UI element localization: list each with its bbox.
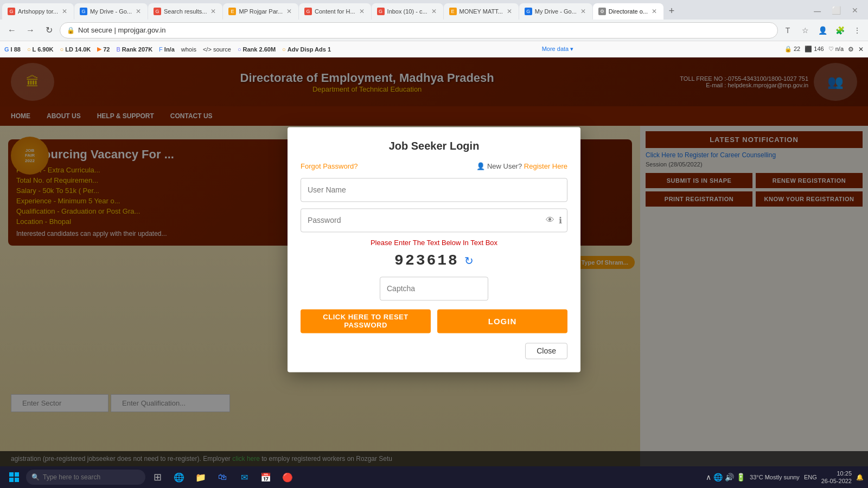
minimize-btn[interactable]: ─ (810, 6, 824, 17)
register-here-link[interactable]: Register Here (524, 162, 567, 170)
tab-favicon: G (304, 8, 312, 15)
taskbar-calendar[interactable]: 📅 (256, 467, 276, 487)
password-input[interactable] (301, 208, 567, 232)
svg-rect-2 (9, 478, 14, 482)
tab-close-btn[interactable]: ✕ (358, 7, 366, 16)
seo-ext1: 🔒 22 (784, 46, 800, 53)
captcha-value: 923618 (394, 252, 459, 269)
tab-favicon: E (228, 8, 236, 15)
password-row: 👁 ℹ (301, 208, 567, 232)
seo-more-btn[interactable]: More data ▾ (542, 46, 574, 53)
tab-close-btn[interactable]: ✕ (135, 7, 142, 16)
seo-whois-label: whois (181, 46, 196, 53)
tab-inbox[interactable]: G Inbox (10) - c... ✕ (372, 3, 443, 20)
captcha-refresh-btn[interactable]: ↻ (464, 254, 474, 267)
seo-ld: ○ LD 14.0K (60, 46, 91, 53)
seo-ld-value: LD 14.0K (65, 46, 91, 53)
seo-whois[interactable]: whois (181, 46, 196, 53)
close-modal-btn[interactable]: Close (525, 343, 567, 359)
tab-close-btn[interactable]: ✕ (650, 7, 658, 16)
taskbar-search-input[interactable] (43, 473, 140, 481)
tray-up-arrow[interactable]: ∧ (706, 473, 711, 481)
speaker-icon: 🔊 (725, 473, 734, 481)
start-btn[interactable] (4, 467, 24, 487)
taskbar: 🔍 ⊞ 🌐 📁 🛍 ✉ 📅 🔴 ∧ 🌐 🔊 🔋 33°C Mostly sunn… (0, 466, 868, 488)
settings-icon[interactable]: ⋮ (851, 24, 864, 37)
tab-close-btn[interactable]: ✕ (61, 7, 68, 16)
tab-close-btn[interactable]: ✕ (285, 7, 293, 16)
url-text: Not secure | mprojgar.gov.in (78, 26, 165, 34)
extensions-icon[interactable]: 🧩 (833, 24, 846, 37)
login-btn[interactable]: LOGIN (437, 309, 567, 333)
seo-g-value: I 88 (11, 46, 21, 53)
tab-mprojgar[interactable]: E MP Rojgar Par... ✕ (223, 3, 298, 20)
reload-btn[interactable]: ↻ (41, 23, 56, 38)
taskbar-mail[interactable]: ✉ (234, 467, 254, 487)
page-content: 🏛 Directorate of Employment, Madhya Prad… (0, 57, 868, 466)
captcha-input[interactable] (380, 277, 488, 300)
tab-favicon: E (449, 8, 457, 15)
close-btn[interactable]: ✕ (848, 6, 861, 17)
seo-p: ▶ 72 (97, 46, 110, 53)
seo-ads: ○ Adv Disp Ads 1 (282, 46, 331, 53)
taskbar-store[interactable]: 🛍 (213, 467, 232, 487)
username-input[interactable] (301, 178, 567, 202)
modal-links-row: Forgot Password? 👤 New User? Register He… (301, 162, 567, 170)
browser-frame: G Artshoppy tor... ✕ G My Drive - Go... … (0, 0, 868, 488)
tab-artshoppy[interactable]: G Artshoppy tor... ✕ (2, 3, 74, 20)
seo-l-value: L 6.90K (33, 46, 54, 53)
network-icon: 🌐 (713, 473, 723, 481)
tab-label: MP Rojgar Par... (239, 8, 283, 15)
tab-money[interactable]: E MONEY MATT... ✕ (444, 3, 519, 20)
taskbar-explorer[interactable]: 📁 (191, 467, 210, 487)
seo-p-value: 72 (103, 46, 110, 53)
translate-icon[interactable]: T (781, 24, 794, 37)
url-bar[interactable]: 🔒 Not secure | mprojgar.gov.in (60, 22, 778, 38)
tab-favicon: G (525, 8, 532, 15)
tab-favicon: G (8, 8, 15, 15)
tab-search[interactable]: G Search results... ✕ (148, 3, 222, 20)
modal-buttons: CLICK HERE TO RESET PASSWORD LOGIN (301, 309, 567, 333)
taskbar-multitask[interactable]: ⊞ (148, 467, 167, 487)
info-icon[interactable]: ℹ (559, 215, 562, 226)
tab-close-btn[interactable]: ✕ (506, 7, 513, 16)
taskbar-search[interactable]: 🔍 (26, 470, 145, 485)
tab-close-btn[interactable]: ✕ (579, 7, 587, 16)
new-user-text: 👤 New User? Register Here (476, 162, 567, 170)
tab-close-btn[interactable]: ✕ (430, 7, 438, 16)
tab-content[interactable]: G Content for H... ✕ (299, 3, 371, 20)
seo-right: 🔒 22 ⬛ 146 ♡ n/a ⚙ ✕ (784, 46, 864, 53)
tab-mydrive2[interactable]: G My Drive - Go... ✕ (519, 3, 592, 20)
restore-btn[interactable]: ⬜ (828, 6, 844, 17)
tab-directorate[interactable]: ⚙ Directorate o... ✕ (593, 3, 663, 20)
lock-icon: 🔒 (67, 27, 75, 34)
bookmark-icon[interactable]: ☆ (799, 24, 812, 37)
tab-close-btn[interactable]: ✕ (209, 7, 217, 16)
notification-bell[interactable]: 🔔 (856, 474, 864, 481)
eye-icon[interactable]: 👁 (546, 215, 554, 226)
seo-source[interactable]: </> source (203, 46, 231, 53)
seo-rank2-value: Rank 2.60M (243, 46, 276, 53)
seo-ext4[interactable]: ⚙ (848, 46, 854, 53)
tab-mydrive1[interactable]: G My Drive - Go... ✕ (74, 3, 148, 20)
seo-bar: G I 88 ○ L 6.90K ○ LD 14.0K ▶ 72 B Rank … (0, 41, 868, 57)
seo-ld-icon: ○ (60, 46, 64, 53)
tab-label: Search results... (164, 8, 207, 15)
seo-rank2: ○ Rank 2.60M (238, 46, 276, 53)
address-bar: ← → ↻ 🔒 Not secure | mprojgar.gov.in T ☆… (0, 20, 868, 41)
tab-label: MONEY MATT... (459, 8, 503, 15)
seo-ext3: ♡ n/a (828, 46, 844, 53)
seo-l-icon: ○ (27, 46, 31, 53)
seo-rank2-icon: ○ (238, 46, 241, 53)
forgot-password-link[interactable]: Forgot Password? (301, 162, 358, 170)
reset-password-btn[interactable]: CLICK HERE TO RESET PASSWORD (301, 309, 431, 333)
profile-icon[interactable]: 👤 (816, 24, 829, 37)
taskbar-chrome[interactable]: 🔴 (278, 467, 297, 487)
search-icon: 🔍 (31, 473, 40, 481)
back-btn[interactable]: ← (4, 23, 20, 38)
taskbar-edge[interactable]: 🌐 (169, 467, 189, 487)
forward-btn[interactable]: → (23, 23, 38, 38)
seo-ext5[interactable]: ✕ (858, 46, 864, 53)
new-tab-btn[interactable]: + (664, 3, 679, 18)
taskbar-right: ∧ 🌐 🔊 🔋 33°C Mostly sunny ENG 10:25 26-0… (706, 470, 864, 485)
